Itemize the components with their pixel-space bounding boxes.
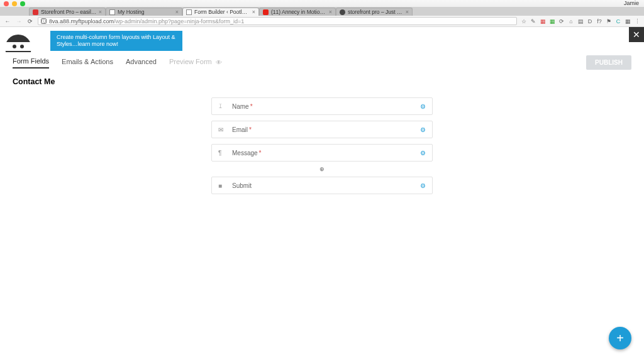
- browser-tab[interactable]: Storefront Pro – easily custom ×: [29, 8, 106, 16]
- grid-green-extension-icon[interactable]: ▦: [549, 18, 555, 25]
- field-settings-icon[interactable]: ⚙: [420, 126, 426, 133]
- message-icon: ¶: [218, 150, 226, 156]
- field-drop-indicator: ⊕: [211, 167, 433, 171]
- back-button[interactable]: ←: [4, 18, 11, 25]
- browser-tab[interactable]: storefront pro – Just another ×: [336, 8, 413, 16]
- tab-title: (11) Annecy in Motion - 4K - T: [271, 9, 327, 15]
- field-settings-icon[interactable]: ⚙: [420, 150, 426, 156]
- field-label: Email: [232, 126, 248, 133]
- text-icon: 𝙸: [218, 102, 226, 110]
- builder-tab-form-fields[interactable]: Form Fields: [13, 57, 49, 69]
- tag-extension-icon[interactable]: ⌂: [568, 18, 574, 25]
- field-settings-icon[interactable]: ⚙: [420, 103, 426, 110]
- star-extension-icon[interactable]: ☆: [521, 18, 527, 25]
- field-label: Name: [232, 103, 249, 110]
- tab-close-icon[interactable]: ×: [252, 9, 255, 15]
- required-asterisk: *: [249, 126, 252, 133]
- site-info-icon[interactable]: ⓘ: [41, 18, 47, 24]
- form-field-submit[interactable]: ■ Submit ⚙: [211, 177, 433, 194]
- reload-button[interactable]: ⟳: [26, 18, 34, 25]
- required-asterisk: *: [250, 103, 253, 110]
- grid-red-extension-icon[interactable]: ▦: [540, 18, 546, 25]
- ninja-forms-logo: [4, 27, 35, 52]
- refresh-extension-icon[interactable]: ⟳: [558, 18, 565, 25]
- publish-button[interactable]: PUBLISH: [586, 55, 631, 70]
- url-path: /wp-admin/admin.php?page=ninja-forms&for…: [114, 18, 244, 25]
- tab-favicon: [33, 9, 38, 15]
- menu-extension-icon[interactable]: ⋮: [634, 18, 640, 25]
- browser-tab-strip: Storefront Pro – easily custom × My Host…: [0, 7, 644, 16]
- submit-icon: ■: [218, 182, 226, 189]
- tab-close-icon[interactable]: ×: [175, 9, 179, 15]
- tab-title: Storefront Pro – easily custom: [41, 9, 97, 15]
- field-label: Submit: [232, 182, 252, 189]
- browser-tab[interactable]: My Hosting ×: [106, 8, 182, 16]
- browser-tab[interactable]: (11) Annecy in Motion - 4K - T ×: [259, 8, 336, 16]
- field-label: Message: [232, 150, 258, 156]
- required-asterisk: *: [259, 150, 262, 156]
- mac-menubar: Jamie: [0, 0, 644, 7]
- note-extension-icon[interactable]: ▤: [577, 18, 584, 25]
- promo-banner[interactable]: Create multi-column form layouts with La…: [50, 31, 182, 51]
- extension-icons: ☆✎▦▦⟳⌂▤Df?⚑C▦⋮: [521, 18, 640, 25]
- builder-tab-advanced[interactable]: Advanced: [126, 58, 157, 68]
- tab-title: storefront pro – Just another: [348, 9, 404, 15]
- url-host: 8va.a88.myftpupload.com: [49, 18, 114, 25]
- builder-tab-emails-actions[interactable]: Emails & Actions: [62, 58, 113, 68]
- form-title[interactable]: Contact Me: [0, 70, 644, 86]
- tab-favicon: [186, 9, 192, 15]
- tab-favicon: [263, 9, 269, 15]
- system-user-name: Jamie: [624, 0, 639, 7]
- preview-eye-icon: 👁: [216, 59, 222, 66]
- f?-extension-icon[interactable]: f?: [596, 18, 602, 25]
- form-field-name[interactable]: 𝙸 Name * ⚙: [211, 97, 433, 115]
- D-extension-icon[interactable]: D: [587, 18, 593, 25]
- traffic-lights[interactable]: [4, 1, 25, 6]
- browser-tab[interactable]: Form Builder ‹ Pootlepress — ×: [182, 8, 259, 16]
- app-header: Create multi-column form layouts with La…: [0, 27, 644, 44]
- close-window-dot[interactable]: [4, 1, 9, 6]
- add-field-fab[interactable]: +: [609, 327, 631, 349]
- tab-favicon: [109, 9, 115, 15]
- C-extension-icon[interactable]: C: [615, 18, 621, 25]
- form-field-email[interactable]: ✉ Email * ⚙: [211, 121, 433, 138]
- tab-title: Form Builder ‹ Pootlepress —: [194, 9, 250, 15]
- field-settings-icon[interactable]: ⚙: [420, 182, 426, 189]
- drag-cursor-icon: ⊕: [319, 166, 325, 172]
- tab-close-icon[interactable]: ×: [329, 9, 332, 15]
- pencil-extension-icon[interactable]: ✎: [530, 18, 536, 25]
- minimize-window-dot[interactable]: [12, 1, 17, 6]
- forward-button[interactable]: →: [15, 18, 23, 25]
- preview-form-tab[interactable]: Preview Form: [169, 58, 212, 68]
- flag-extension-icon[interactable]: ⚑: [606, 18, 612, 25]
- zoom-window-dot[interactable]: [20, 1, 25, 6]
- close-builder-button[interactable]: ✕: [629, 27, 644, 42]
- form-field-message[interactable]: ¶ Message * ⚙: [211, 144, 433, 162]
- grid-extension-icon[interactable]: ▦: [625, 18, 631, 25]
- email-icon: ✉: [218, 126, 226, 133]
- tab-title: My Hosting: [118, 9, 174, 15]
- tab-favicon: [340, 9, 345, 15]
- form-canvas[interactable]: 𝙸 Name * ⚙✉ Email * ⚙¶ Message * ⚙⊕■ Sub…: [0, 97, 644, 194]
- tab-close-icon[interactable]: ×: [406, 9, 409, 15]
- browser-toolbar: ← → ⟳ ⓘ 8va.a88.myftpupload.com/wp-admin…: [0, 16, 644, 27]
- address-bar[interactable]: ⓘ 8va.a88.myftpupload.com/wp-admin/admin…: [38, 17, 517, 25]
- tab-close-icon[interactable]: ×: [99, 9, 102, 15]
